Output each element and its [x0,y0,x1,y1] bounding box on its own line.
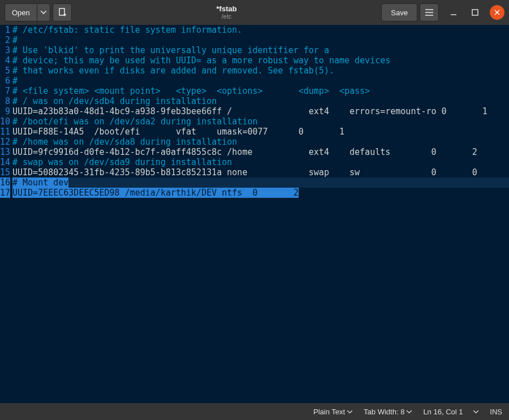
save-button[interactable]: Save [381,3,417,21]
hamburger-icon [425,9,433,16]
new-document-icon [58,8,67,17]
code-line[interactable]: UUID=a23b83a0-48d1-4bc9-a938-9feb3bee66f… [12,106,509,116]
code-line[interactable]: UUID=50802345-31fb-4235-89b5-b813c852131… [12,167,509,177]
code-line[interactable]: # swap was on /dev/sda9 during installat… [12,157,509,167]
title-area: *fstab /etc [74,5,379,20]
code-text: UUID=50802345-31fb-4235-89b5-b813c852131… [12,167,477,177]
code-text: # / was on /dev/sdb4 during installation [12,96,217,106]
cursor-position-label: Ln 16, Col 1 [423,408,463,416]
line-number: 15 [0,167,10,177]
code-text: # /home was on /dev/sda8 during installa… [12,137,237,147]
document-title: *fstab [217,5,237,13]
window-controls [447,5,504,20]
close-button[interactable] [490,5,504,20]
code-line[interactable]: # Mount dev [12,177,509,188]
line-number: 17 [0,188,10,198]
code-line[interactable]: # / was on /dev/sdb4 during installation [12,96,509,106]
close-icon [494,10,500,15]
code-line[interactable]: UUID=9fc9916d-d0fe-4b12-bc7f-a0aff4855c8… [12,147,509,157]
code-text: # device; this may be used with UUID= as… [12,55,390,66]
line-number: 7 [0,86,10,96]
code-text: UUID=F88E-14A5 /boot/efi vfat umask=0077… [12,127,344,137]
code-text: # /etc/fstab: static file system informa… [12,25,242,35]
tab-width-selector[interactable]: Tab Width: 8 [364,408,412,416]
minimize-icon [450,9,457,16]
syntax-mode-label: Plain Text [313,408,345,416]
code-text: UUID=9fc9916d-d0fe-4b12-bc7f-a0aff4855c8… [12,147,477,157]
line-number: 10 [0,116,10,127]
code-text: UUID=7EEEC63DEEC5ED98 /media/karthik/DEV… [12,188,299,198]
svg-rect-1 [472,10,478,15]
code-text: # that works even if disks are added and… [12,66,334,76]
open-dropdown-button[interactable] [37,3,50,21]
code-content[interactable]: # /etc/fstab: static file system informa… [12,25,509,403]
code-line[interactable]: # /home was on /dev/sda8 during installa… [12,137,509,147]
code-text: # Mount dev [12,177,68,188]
code-line[interactable]: # /etc/fstab: static file system informa… [12,25,509,35]
chevron-down-icon [473,410,478,413]
line-number: 13 [0,147,10,157]
open-button[interactable]: Open [5,3,37,21]
line-number-gutter: 1234567891011121314151617 [0,25,12,403]
code-line[interactable]: # <file system> <mount point> <type> <op… [12,86,509,96]
chevron-down-icon [347,410,352,413]
code-text: # [12,76,18,86]
insert-mode-indicator[interactable]: INS [490,408,502,416]
document-path: /etc [222,13,232,20]
code-text: # Use 'blkid' to print the universally u… [12,45,329,55]
code-line[interactable]: # [12,35,509,45]
line-number: 6 [0,76,10,86]
status-bar: Plain Text Tab Width: 8 Ln 16, Col 1 INS [0,403,509,420]
code-line[interactable]: # device; this may be used with UUID= as… [12,55,509,66]
code-text: # [12,35,18,45]
line-number: 14 [0,157,10,167]
line-number: 5 [0,66,10,76]
new-tab-button[interactable] [53,3,72,21]
code-text: # swap was on /dev/sda9 during installat… [12,157,232,167]
tab-width-label: Tab Width: 8 [364,408,404,416]
svg-rect-0 [59,8,64,15]
line-number: 16 [0,177,10,188]
code-line[interactable]: UUID=F88E-14A5 /boot/efi vfat umask=0077… [12,127,509,137]
line-number: 9 [0,106,10,116]
code-text: UUID=a23b83a0-48d1-4bc9-a938-9feb3bee66f… [12,106,488,116]
line-number: 4 [0,55,10,66]
cursor-position-selector[interactable]: Ln 16, Col 1 [423,408,478,416]
line-number: 3 [0,45,10,55]
code-text: # /boot/efi was on /dev/sda2 during inst… [12,116,257,127]
chevron-down-icon [407,410,412,413]
editor-area[interactable]: 1234567891011121314151617 # /etc/fstab: … [0,25,509,403]
syntax-mode-selector[interactable]: Plain Text [313,408,352,416]
line-number: 11 [0,127,10,137]
maximize-button[interactable] [468,6,482,19]
line-number: 1 [0,25,10,35]
code-line[interactable]: UUID=7EEEC63DEEC5ED98 /media/karthik/DEV… [12,188,509,198]
hamburger-menu-button[interactable] [420,3,439,21]
code-line[interactable]: # /boot/efi was on /dev/sda2 during inst… [12,116,509,127]
code-line[interactable]: # Use 'blkid' to print the universally u… [12,45,509,55]
minimize-button[interactable] [447,6,460,19]
code-line[interactable]: # that works even if disks are added and… [12,66,509,76]
code-line[interactable]: # [12,76,509,86]
chevron-down-icon [41,11,46,14]
line-number: 2 [0,35,10,45]
line-number: 8 [0,96,10,106]
code-text: # <file system> <mount point> <type> <op… [12,86,370,96]
line-number: 12 [0,137,10,147]
open-button-group: Open [5,3,50,21]
header-bar: Open *fstab /etc Save [0,0,509,25]
maximize-icon [472,9,478,16]
